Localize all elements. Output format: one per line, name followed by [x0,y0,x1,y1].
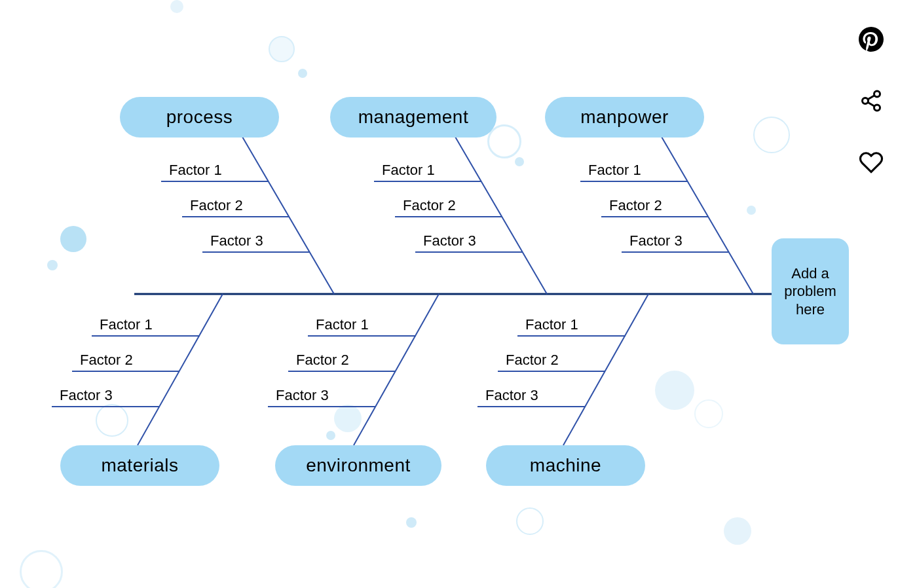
factor-label[interactable]: Factor 1 [100,316,153,333]
category-label: environment [306,455,411,476]
factor-label[interactable]: Factor 1 [525,316,578,333]
svg-line-5 [455,137,547,294]
factor-label[interactable]: Factor 2 [609,197,662,214]
factor-label[interactable]: Factor 3 [423,232,476,249]
svg-line-29 [868,96,874,100]
factor-label[interactable]: Factor 1 [169,162,222,179]
factor-label[interactable]: Factor 1 [316,316,369,333]
factor-label[interactable]: Factor 3 [629,232,683,249]
factor-label[interactable]: Factor 3 [60,387,113,404]
problem-head[interactable]: Add a problem here [772,238,849,344]
factor-label[interactable]: Factor 1 [382,162,435,179]
factor-label[interactable]: Factor 2 [190,197,243,214]
factor-label[interactable]: Factor 2 [403,197,456,214]
category-label: manpower [580,107,669,128]
factor-label[interactable]: Factor 1 [588,162,641,179]
factor-label[interactable]: Factor 2 [506,352,559,369]
svg-line-28 [868,102,874,106]
category-machine[interactable]: machine [486,445,645,486]
factor-label[interactable]: Factor 2 [296,352,349,369]
svg-point-26 [863,98,869,104]
category-materials[interactable]: materials [60,445,219,486]
factor-label[interactable]: Factor 3 [210,232,263,249]
diagram-canvas: process management manpower materials en… [0,0,917,588]
category-process[interactable]: process [120,97,279,138]
heart-icon[interactable] [858,149,884,175]
category-label: management [358,107,468,128]
svg-line-1 [242,137,334,294]
category-manpower[interactable]: manpower [545,97,704,138]
factor-label[interactable]: Factor 3 [276,387,329,404]
problem-text: Add a problem here [781,265,840,319]
svg-line-9 [662,137,753,294]
factor-label[interactable]: Factor 3 [485,387,538,404]
category-label: machine [530,455,601,476]
svg-point-27 [874,105,880,111]
category-label: process [166,107,233,128]
pinterest-icon[interactable] [858,26,884,52]
category-label: materials [101,455,178,476]
factor-label[interactable]: Factor 2 [80,352,133,369]
category-environment[interactable]: environment [275,445,441,486]
category-management[interactable]: management [330,97,496,138]
svg-point-25 [874,91,880,97]
side-actions [858,26,884,175]
share-icon[interactable] [858,88,884,114]
